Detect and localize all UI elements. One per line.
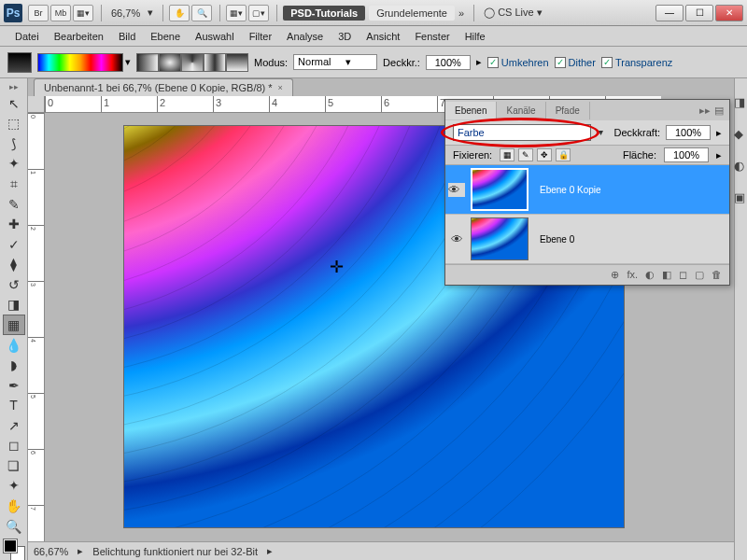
arrange-button[interactable]: ▦▾ xyxy=(226,5,247,21)
gradient-angle[interactable] xyxy=(181,53,204,72)
gradient-diamond[interactable] xyxy=(226,53,248,72)
visibility-icon[interactable]: 👁 xyxy=(448,232,465,246)
tool-heal[interactable]: ✚ xyxy=(3,214,25,234)
tool-3d[interactable]: ❏ xyxy=(3,455,25,476)
cslive-button[interactable]: ◯ CS Live ▾ xyxy=(484,7,543,19)
layer-thumbnail[interactable] xyxy=(471,217,529,260)
gradient-preview[interactable] xyxy=(37,53,123,72)
new-layer-icon[interactable]: ▢ xyxy=(695,269,704,281)
tool-marquee[interactable]: ⬚ xyxy=(3,114,25,134)
vertical-ruler[interactable]: 0 1 2 3 4 5 6 7 xyxy=(28,113,45,560)
tool-brush[interactable]: ✓ xyxy=(3,234,25,255)
adjustment-icon[interactable]: ◧ xyxy=(662,269,671,281)
tool-blur[interactable]: 💧 xyxy=(3,335,25,356)
layer-row[interactable]: 👁 Ebene 0 xyxy=(445,215,729,264)
minimize-button[interactable]: — xyxy=(655,5,684,21)
visibility-icon[interactable]: 👁 xyxy=(448,183,465,197)
menu-fenster[interactable]: Fenster xyxy=(407,31,457,42)
tool-stamp[interactable]: ⧫ xyxy=(3,255,25,275)
transparency-check[interactable]: ✓Transparenz xyxy=(601,57,672,68)
fg-color[interactable] xyxy=(4,539,17,553)
group-icon[interactable]: ◻ xyxy=(679,269,687,281)
panel-collapse-icon[interactable]: ▸▸ xyxy=(699,105,711,117)
zoom-button[interactable]: 🔍 xyxy=(191,5,212,21)
tool-eyedropper[interactable]: ✎ xyxy=(3,194,25,215)
tool-wand[interactable]: ✦ xyxy=(3,154,25,175)
tool-pen[interactable]: ✒ xyxy=(3,375,25,396)
tool-crop[interactable]: ⌗ xyxy=(3,174,25,194)
menu-bild[interactable]: Bild xyxy=(111,31,143,42)
status-zoom[interactable]: 66,67% xyxy=(34,546,68,557)
layer-thumbnail[interactable] xyxy=(471,168,529,211)
workspace-label[interactable]: PSD-Tutorials xyxy=(283,6,365,21)
panel-menu-icon[interactable]: ▤ xyxy=(714,105,724,117)
menu-ansicht[interactable]: Ansicht xyxy=(359,31,407,42)
zoom-display[interactable]: 66,7% xyxy=(111,7,140,19)
maximize-button[interactable]: ☐ xyxy=(685,5,713,21)
tool-hand[interactable]: ✋ xyxy=(3,496,25,516)
blend-mode-select[interactable]: Farbe xyxy=(453,124,591,141)
menu-filter[interactable]: Filter xyxy=(242,31,279,42)
tool-path[interactable]: ↗ xyxy=(3,415,25,436)
reverse-check[interactable]: ✓Umkehren xyxy=(487,57,549,68)
fx-icon[interactable]: fx. xyxy=(627,269,638,281)
screen-mode-button[interactable]: ▦▾ xyxy=(73,5,93,21)
fill-label: Fläche: xyxy=(623,149,656,161)
swatches-icon[interactable]: ◆ xyxy=(734,127,748,142)
screen-button[interactable]: ▢▾ xyxy=(248,5,269,21)
lock-all[interactable]: 🔒 xyxy=(556,148,571,161)
hand-button[interactable]: ✋ xyxy=(169,5,190,21)
layer-name[interactable]: Ebene 0 Kopie xyxy=(534,185,726,195)
gradient-linear[interactable] xyxy=(136,53,159,72)
layer-row[interactable]: 👁 Ebene 0 Kopie xyxy=(445,165,729,215)
dock-toggle-icon[interactable]: ◨ xyxy=(734,95,748,110)
tool-type[interactable]: T xyxy=(3,395,25,415)
lock-pixels[interactable]: ✎ xyxy=(518,148,533,161)
menu-ebene[interactable]: Ebene xyxy=(143,31,188,42)
adjustments-icon[interactable]: ◐ xyxy=(734,159,748,174)
tool-shape[interactable]: ◻ xyxy=(3,436,25,456)
menu-analyse[interactable]: Analyse xyxy=(279,31,331,42)
close-button[interactable]: ✕ xyxy=(715,5,743,21)
menu-3d[interactable]: 3D xyxy=(331,31,359,42)
gradient-radial[interactable] xyxy=(159,53,181,72)
tab-ebenen[interactable]: Ebenen xyxy=(445,102,497,119)
gradient-reflected[interactable] xyxy=(204,53,226,72)
dither-check[interactable]: ✓Dither xyxy=(555,57,596,68)
tool-zoom[interactable]: 🔍 xyxy=(3,516,25,537)
masks-icon[interactable]: ▣ xyxy=(734,190,748,205)
doc-label[interactable]: Grundelemente xyxy=(369,6,455,21)
ruler-origin[interactable] xyxy=(28,96,45,113)
trash-icon[interactable]: 🗑 xyxy=(712,269,722,281)
tool-gradient[interactable]: ▦ xyxy=(3,315,25,335)
tool-eraser[interactable]: ◨ xyxy=(3,295,25,315)
tool-preset[interactable] xyxy=(7,52,32,73)
mask-icon[interactable]: ◐ xyxy=(645,269,655,281)
bridge-button[interactable]: Br xyxy=(28,5,49,21)
document-tab[interactable]: Unbenannt-1 bei 66,7% (Ebene 0 Kopie, RG… xyxy=(34,78,293,96)
menu-auswahl[interactable]: Auswahl xyxy=(188,31,242,42)
more-workspaces[interactable]: » xyxy=(458,7,464,19)
tab-close-icon[interactable]: × xyxy=(278,83,283,92)
layer-opacity-field[interactable]: 100% xyxy=(666,125,711,140)
link-layers-icon[interactable]: ⊕ xyxy=(611,269,619,281)
tab-kanaele[interactable]: Kanäle xyxy=(497,102,545,119)
color-swatches[interactable] xyxy=(4,539,24,560)
mode-select[interactable]: Normal ▾ xyxy=(293,54,377,70)
toolbar-collapse-icon[interactable]: ▸▸ xyxy=(9,82,19,91)
tab-pfade[interactable]: Pfade xyxy=(546,102,590,119)
fill-field[interactable]: 100% xyxy=(664,147,709,162)
tool-move[interactable]: ↖ xyxy=(3,93,25,114)
minibridge-button[interactable]: Mb xyxy=(50,5,71,21)
tool-3dcam[interactable]: ✦ xyxy=(3,476,25,497)
opacity-field[interactable]: 100% xyxy=(426,55,471,70)
tool-dodge[interactable]: ◗ xyxy=(3,355,25,375)
menu-datei[interactable]: Datei xyxy=(7,31,47,42)
layer-name[interactable]: Ebene 0 xyxy=(534,234,726,245)
lock-position[interactable]: ✥ xyxy=(537,148,552,161)
lock-transparency[interactable]: ▦ xyxy=(500,148,514,161)
tool-lasso[interactable]: ⟆ xyxy=(3,133,25,154)
tool-history[interactable]: ↺ xyxy=(3,274,25,295)
menu-bearbeiten[interactable]: Bearbeiten xyxy=(47,31,111,42)
menu-hilfe[interactable]: Hilfe xyxy=(458,31,493,42)
